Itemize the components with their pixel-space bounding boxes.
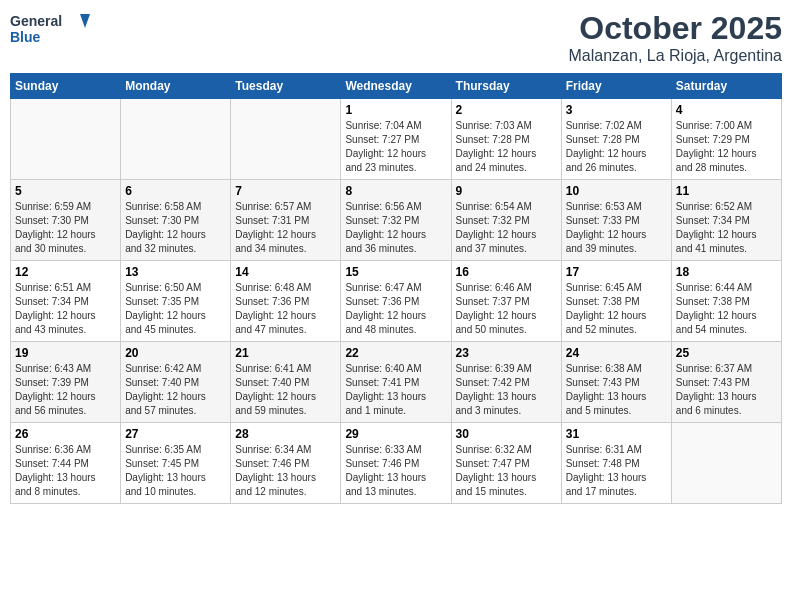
calendar-cell: 24Sunrise: 6:38 AMSunset: 7:43 PMDayligh…	[561, 342, 671, 423]
day-info: Sunrise: 7:00 AMSunset: 7:29 PMDaylight:…	[676, 119, 777, 175]
calendar-week-row: 1Sunrise: 7:04 AMSunset: 7:27 PMDaylight…	[11, 99, 782, 180]
calendar-title: October 2025	[569, 10, 782, 47]
calendar-cell: 9Sunrise: 6:54 AMSunset: 7:32 PMDaylight…	[451, 180, 561, 261]
calendar-cell: 30Sunrise: 6:32 AMSunset: 7:47 PMDayligh…	[451, 423, 561, 504]
day-number: 3	[566, 103, 667, 117]
day-number: 2	[456, 103, 557, 117]
day-info: Sunrise: 6:32 AMSunset: 7:47 PMDaylight:…	[456, 443, 557, 499]
calendar-cell: 7Sunrise: 6:57 AMSunset: 7:31 PMDaylight…	[231, 180, 341, 261]
day-info: Sunrise: 6:54 AMSunset: 7:32 PMDaylight:…	[456, 200, 557, 256]
svg-text:Blue: Blue	[10, 29, 41, 45]
day-info: Sunrise: 6:47 AMSunset: 7:36 PMDaylight:…	[345, 281, 446, 337]
calendar-subtitle: Malanzan, La Rioja, Argentina	[569, 47, 782, 65]
day-info: Sunrise: 6:37 AMSunset: 7:43 PMDaylight:…	[676, 362, 777, 418]
calendar-cell	[231, 99, 341, 180]
svg-text:General: General	[10, 13, 62, 29]
calendar-header: SundayMondayTuesdayWednesdayThursdayFrid…	[11, 74, 782, 99]
day-info: Sunrise: 6:56 AMSunset: 7:32 PMDaylight:…	[345, 200, 446, 256]
day-number: 30	[456, 427, 557, 441]
calendar-cell: 23Sunrise: 6:39 AMSunset: 7:42 PMDayligh…	[451, 342, 561, 423]
calendar-cell: 8Sunrise: 6:56 AMSunset: 7:32 PMDaylight…	[341, 180, 451, 261]
logo-svg: General Blue	[10, 10, 90, 55]
calendar-cell: 4Sunrise: 7:00 AMSunset: 7:29 PMDaylight…	[671, 99, 781, 180]
day-info: Sunrise: 6:33 AMSunset: 7:46 PMDaylight:…	[345, 443, 446, 499]
calendar-cell	[121, 99, 231, 180]
day-info: Sunrise: 6:44 AMSunset: 7:38 PMDaylight:…	[676, 281, 777, 337]
calendar-cell: 10Sunrise: 6:53 AMSunset: 7:33 PMDayligh…	[561, 180, 671, 261]
weekday-header: Monday	[121, 74, 231, 99]
calendar-body: 1Sunrise: 7:04 AMSunset: 7:27 PMDaylight…	[11, 99, 782, 504]
day-number: 12	[15, 265, 116, 279]
day-number: 22	[345, 346, 446, 360]
calendar-cell: 15Sunrise: 6:47 AMSunset: 7:36 PMDayligh…	[341, 261, 451, 342]
day-number: 14	[235, 265, 336, 279]
page-header: General Blue October 2025 Malanzan, La R…	[10, 10, 782, 65]
calendar-cell	[11, 99, 121, 180]
calendar-cell: 11Sunrise: 6:52 AMSunset: 7:34 PMDayligh…	[671, 180, 781, 261]
day-number: 20	[125, 346, 226, 360]
day-info: Sunrise: 6:43 AMSunset: 7:39 PMDaylight:…	[15, 362, 116, 418]
day-info: Sunrise: 6:46 AMSunset: 7:37 PMDaylight:…	[456, 281, 557, 337]
calendar-week-row: 12Sunrise: 6:51 AMSunset: 7:34 PMDayligh…	[11, 261, 782, 342]
day-number: 9	[456, 184, 557, 198]
calendar-cell: 13Sunrise: 6:50 AMSunset: 7:35 PMDayligh…	[121, 261, 231, 342]
logo: General Blue	[10, 10, 90, 55]
day-info: Sunrise: 6:53 AMSunset: 7:33 PMDaylight:…	[566, 200, 667, 256]
day-number: 29	[345, 427, 446, 441]
day-number: 24	[566, 346, 667, 360]
calendar-cell: 27Sunrise: 6:35 AMSunset: 7:45 PMDayligh…	[121, 423, 231, 504]
day-info: Sunrise: 6:40 AMSunset: 7:41 PMDaylight:…	[345, 362, 446, 418]
day-info: Sunrise: 6:58 AMSunset: 7:30 PMDaylight:…	[125, 200, 226, 256]
calendar-cell: 28Sunrise: 6:34 AMSunset: 7:46 PMDayligh…	[231, 423, 341, 504]
weekday-row: SundayMondayTuesdayWednesdayThursdayFrid…	[11, 74, 782, 99]
calendar-cell: 16Sunrise: 6:46 AMSunset: 7:37 PMDayligh…	[451, 261, 561, 342]
weekday-header: Friday	[561, 74, 671, 99]
day-number: 4	[676, 103, 777, 117]
calendar-cell: 22Sunrise: 6:40 AMSunset: 7:41 PMDayligh…	[341, 342, 451, 423]
calendar-week-row: 5Sunrise: 6:59 AMSunset: 7:30 PMDaylight…	[11, 180, 782, 261]
day-info: Sunrise: 7:02 AMSunset: 7:28 PMDaylight:…	[566, 119, 667, 175]
day-number: 26	[15, 427, 116, 441]
calendar-cell: 6Sunrise: 6:58 AMSunset: 7:30 PMDaylight…	[121, 180, 231, 261]
day-info: Sunrise: 7:04 AMSunset: 7:27 PMDaylight:…	[345, 119, 446, 175]
calendar-cell: 31Sunrise: 6:31 AMSunset: 7:48 PMDayligh…	[561, 423, 671, 504]
day-number: 15	[345, 265, 446, 279]
day-info: Sunrise: 6:45 AMSunset: 7:38 PMDaylight:…	[566, 281, 667, 337]
day-info: Sunrise: 7:03 AMSunset: 7:28 PMDaylight:…	[456, 119, 557, 175]
day-info: Sunrise: 6:52 AMSunset: 7:34 PMDaylight:…	[676, 200, 777, 256]
calendar-cell: 19Sunrise: 6:43 AMSunset: 7:39 PMDayligh…	[11, 342, 121, 423]
day-number: 21	[235, 346, 336, 360]
calendar-cell: 12Sunrise: 6:51 AMSunset: 7:34 PMDayligh…	[11, 261, 121, 342]
day-number: 31	[566, 427, 667, 441]
calendar-table: SundayMondayTuesdayWednesdayThursdayFrid…	[10, 73, 782, 504]
day-info: Sunrise: 6:34 AMSunset: 7:46 PMDaylight:…	[235, 443, 336, 499]
day-number: 13	[125, 265, 226, 279]
weekday-header: Tuesday	[231, 74, 341, 99]
day-number: 27	[125, 427, 226, 441]
calendar-cell: 5Sunrise: 6:59 AMSunset: 7:30 PMDaylight…	[11, 180, 121, 261]
title-block: October 2025 Malanzan, La Rioja, Argenti…	[569, 10, 782, 65]
calendar-week-row: 26Sunrise: 6:36 AMSunset: 7:44 PMDayligh…	[11, 423, 782, 504]
day-info: Sunrise: 6:59 AMSunset: 7:30 PMDaylight:…	[15, 200, 116, 256]
calendar-cell: 2Sunrise: 7:03 AMSunset: 7:28 PMDaylight…	[451, 99, 561, 180]
calendar-cell: 20Sunrise: 6:42 AMSunset: 7:40 PMDayligh…	[121, 342, 231, 423]
calendar-week-row: 19Sunrise: 6:43 AMSunset: 7:39 PMDayligh…	[11, 342, 782, 423]
day-number: 7	[235, 184, 336, 198]
calendar-cell: 21Sunrise: 6:41 AMSunset: 7:40 PMDayligh…	[231, 342, 341, 423]
day-info: Sunrise: 6:57 AMSunset: 7:31 PMDaylight:…	[235, 200, 336, 256]
day-number: 28	[235, 427, 336, 441]
calendar-cell: 29Sunrise: 6:33 AMSunset: 7:46 PMDayligh…	[341, 423, 451, 504]
calendar-cell: 14Sunrise: 6:48 AMSunset: 7:36 PMDayligh…	[231, 261, 341, 342]
calendar-cell	[671, 423, 781, 504]
day-info: Sunrise: 6:36 AMSunset: 7:44 PMDaylight:…	[15, 443, 116, 499]
day-number: 25	[676, 346, 777, 360]
day-info: Sunrise: 6:41 AMSunset: 7:40 PMDaylight:…	[235, 362, 336, 418]
day-number: 19	[15, 346, 116, 360]
weekday-header: Thursday	[451, 74, 561, 99]
day-number: 8	[345, 184, 446, 198]
day-info: Sunrise: 6:39 AMSunset: 7:42 PMDaylight:…	[456, 362, 557, 418]
calendar-cell: 18Sunrise: 6:44 AMSunset: 7:38 PMDayligh…	[671, 261, 781, 342]
calendar-cell: 25Sunrise: 6:37 AMSunset: 7:43 PMDayligh…	[671, 342, 781, 423]
day-number: 18	[676, 265, 777, 279]
day-info: Sunrise: 6:48 AMSunset: 7:36 PMDaylight:…	[235, 281, 336, 337]
